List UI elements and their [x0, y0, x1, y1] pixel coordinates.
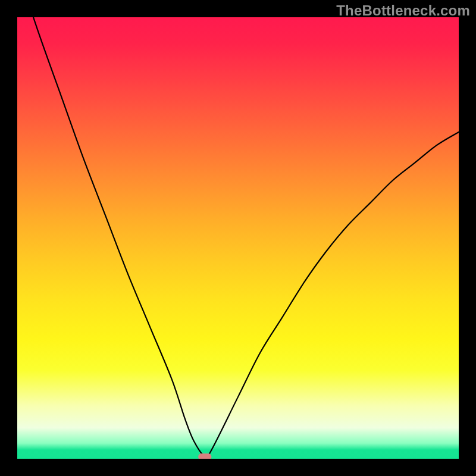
- minimum-marker: [198, 453, 211, 459]
- bottleneck-curve: [17, 17, 459, 458]
- chart-frame: TheBottleneck.com: [0, 0, 476, 476]
- plot-area: [17, 17, 459, 459]
- watermark: TheBottleneck.com: [336, 2, 470, 19]
- curve-layer: [17, 17, 459, 459]
